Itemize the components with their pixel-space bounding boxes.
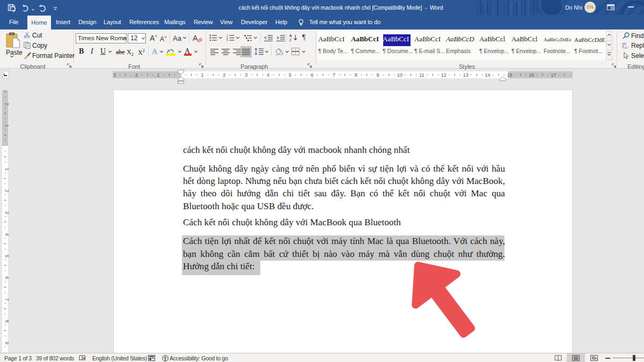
- svg-text:ac: ac: [624, 46, 628, 49]
- svg-text:4: 4: [4, 233, 10, 235]
- svg-text:A: A: [289, 34, 292, 38]
- svg-text:9: 9: [4, 342, 10, 344]
- svg-text:3: 3: [4, 211, 10, 214]
- svg-text:6: 6: [4, 276, 10, 279]
- svg-text:1: 1: [201, 72, 203, 78]
- svg-text:2: 2: [4, 189, 10, 192]
- svg-text:15: 15: [507, 72, 512, 78]
- svg-text:12: 12: [441, 72, 447, 78]
- svg-text:1: 1: [4, 124, 10, 127]
- svg-text:1: 1: [4, 168, 10, 171]
- svg-text:16: 16: [529, 72, 534, 78]
- svg-text:17: 17: [551, 72, 556, 78]
- svg-text:8: 8: [4, 320, 10, 322]
- svg-text:1: 1: [157, 72, 160, 78]
- svg-text:4: 4: [267, 72, 269, 78]
- svg-text:6: 6: [311, 72, 313, 78]
- svg-text:Z: Z: [289, 38, 292, 41]
- svg-text:2: 2: [4, 102, 10, 105]
- svg-text:3.: 3.: [226, 39, 229, 41]
- svg-text:3: 3: [245, 72, 247, 78]
- svg-text:2: 2: [135, 72, 138, 78]
- svg-text:5: 5: [289, 72, 291, 78]
- svg-text:7: 7: [4, 298, 10, 301]
- svg-text:14: 14: [485, 72, 491, 78]
- svg-text:11: 11: [419, 72, 424, 78]
- svg-text:3: 3: [113, 72, 116, 78]
- svg-text:10: 10: [397, 72, 402, 78]
- svg-text:7: 7: [333, 72, 335, 78]
- svg-text:13: 13: [463, 72, 469, 78]
- svg-text:2: 2: [223, 72, 225, 78]
- svg-text:5: 5: [4, 255, 10, 257]
- svg-text:8: 8: [355, 72, 357, 78]
- svg-text:9: 9: [377, 72, 379, 78]
